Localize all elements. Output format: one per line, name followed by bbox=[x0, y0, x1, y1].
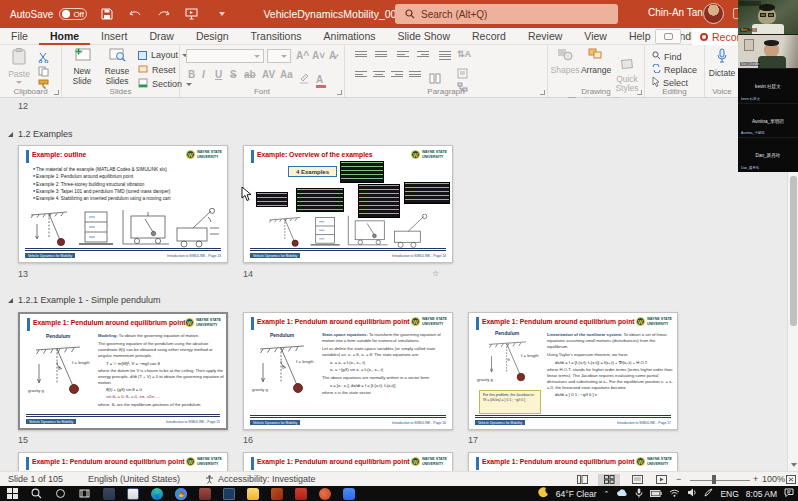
clear-formatting-icon[interactable]: A̷ bbox=[329, 50, 336, 61]
quick-access-caret-icon[interactable] bbox=[211, 6, 227, 22]
task-view-icon[interactable] bbox=[78, 487, 91, 500]
text-direction-icon[interactable]: ⇅A bbox=[457, 49, 471, 59]
slide-thumbnail-17[interactable]: Example 1: Pendulum around equilibrium p… bbox=[468, 312, 678, 430]
taskbar-app-document[interactable] bbox=[126, 487, 139, 500]
taskbar-app-file-explorer[interactable] bbox=[246, 487, 259, 500]
paragraph-dialog-launcher-icon[interactable] bbox=[540, 90, 545, 95]
redo-icon[interactable] bbox=[155, 6, 171, 22]
undo-icon[interactable] bbox=[127, 6, 143, 22]
cortana-icon[interactable] bbox=[54, 487, 67, 500]
video-tile-5[interactable]: Dan_聂丹玲 Dan_聂丹玲 bbox=[738, 138, 798, 172]
decrease-indent-icon[interactable] bbox=[397, 51, 409, 57]
autosave-toggle[interactable]: Off bbox=[59, 8, 87, 20]
slideshow-view-button[interactable] bbox=[650, 474, 672, 486]
slide-counter[interactable]: Slide 1 of 105 bbox=[8, 474, 63, 484]
character-spacing-button[interactable]: AV bbox=[262, 69, 275, 80]
language-status[interactable]: English (United States) bbox=[88, 474, 180, 484]
zoom-level[interactable]: 100% bbox=[762, 474, 785, 484]
slide-sorter-view-button[interactable] bbox=[598, 474, 620, 486]
align-right-icon[interactable] bbox=[391, 71, 403, 77]
normal-view-button[interactable] bbox=[571, 474, 593, 486]
tab-record[interactable]: Record bbox=[461, 28, 517, 45]
reading-view-button[interactable] bbox=[626, 474, 648, 486]
bullets-icon[interactable] bbox=[355, 51, 367, 57]
section-header-example1[interactable]: 1.2.1 Example 1 - Simple pendulum bbox=[8, 295, 161, 305]
tab-draw[interactable]: Draw bbox=[138, 28, 185, 45]
font-name-combo[interactable] bbox=[186, 49, 264, 63]
start-button[interactable] bbox=[6, 487, 19, 500]
weather-status[interactable]: 64°F Clear bbox=[556, 489, 597, 499]
action-center-icon[interactable] bbox=[784, 488, 794, 499]
user-name[interactable]: Chin-An Tan bbox=[648, 7, 703, 18]
tray-expand-chevron-icon[interactable]: ⌃ bbox=[604, 490, 610, 498]
language-indicator[interactable]: ENG bbox=[720, 489, 738, 499]
taskbar-app-chrome[interactable] bbox=[174, 487, 187, 500]
grow-font-icon[interactable]: A^ bbox=[296, 50, 309, 61]
zoom-out-button[interactable]: − bbox=[676, 474, 681, 484]
dictate-button[interactable]: Dictate bbox=[707, 48, 737, 79]
highlight-color-icon[interactable] bbox=[298, 70, 310, 88]
arrange-button[interactable]: Arrange bbox=[580, 48, 612, 76]
taskbar-app-edge[interactable] bbox=[150, 487, 163, 500]
font-dialog-launcher-icon[interactable] bbox=[337, 90, 342, 95]
tab-home[interactable]: Home bbox=[39, 28, 90, 45]
zoom-slider[interactable] bbox=[690, 480, 750, 481]
user-avatar[interactable] bbox=[703, 3, 724, 24]
tab-file[interactable]: File bbox=[0, 28, 39, 45]
slide-thumbnail-15[interactable]: Example 1: Pendulum around equilibrium p… bbox=[18, 312, 228, 430]
line-spacing-icon[interactable] bbox=[439, 51, 451, 60]
increase-indent-icon[interactable] bbox=[417, 51, 429, 57]
slide-thumbnail-20-partial[interactable]: Example 1: Pendulum around equilibrium p… bbox=[468, 452, 678, 471]
microphone-tray-icon[interactable] bbox=[635, 488, 643, 500]
bold-button[interactable]: B bbox=[188, 69, 195, 80]
paste-button[interactable]: Paste bbox=[6, 48, 32, 84]
scrollbar-down-arrow[interactable] bbox=[788, 458, 798, 471]
slide-thumbnail-18-partial[interactable]: Example 1: Pendulum around equilibrium p… bbox=[18, 452, 228, 471]
font-size-combo[interactable] bbox=[267, 49, 291, 63]
tab-view[interactable]: View bbox=[573, 28, 618, 45]
scrollbar-thumb[interactable] bbox=[790, 176, 797, 326]
onedrive-icon[interactable] bbox=[616, 489, 628, 499]
zoom-in-button[interactable]: + bbox=[753, 474, 758, 484]
slide-thumbnail-13[interactable]: Example: outline W WAYNE STATEUNIVERSITY… bbox=[18, 145, 228, 263]
change-case-button[interactable]: Aa bbox=[280, 69, 293, 80]
reset-button[interactable]: Reset bbox=[138, 64, 176, 76]
clock[interactable]: 8:05 AM bbox=[746, 489, 777, 499]
video-tile-3[interactable]: kevin 桂廷文 kevin 桂廷文 bbox=[738, 69, 798, 104]
moon-icon[interactable] bbox=[538, 487, 549, 500]
search-input[interactable]: Search (Alt+Q) bbox=[395, 4, 618, 24]
comments-button[interactable] bbox=[655, 29, 681, 44]
shrink-font-icon[interactable]: A˅ bbox=[312, 50, 325, 61]
slide-thumbnail-19-partial[interactable]: Example 1: Pendulum around equilibrium p… bbox=[243, 452, 453, 471]
taskbar-app-powerpoint[interactable] bbox=[318, 487, 331, 500]
italic-button[interactable]: I bbox=[202, 69, 205, 80]
tab-review[interactable]: Review bbox=[517, 28, 573, 45]
video-tile-4[interactable]: Auntina_李明玥 Auntina_李明玥 bbox=[738, 104, 798, 138]
align-left-icon[interactable] bbox=[355, 71, 367, 77]
zoom-slider-thumb[interactable] bbox=[712, 475, 716, 484]
font-color-icon[interactable]: A bbox=[316, 69, 326, 88]
fit-slide-button[interactable] bbox=[785, 474, 797, 486]
tab-transitions[interactable]: Transitions bbox=[240, 28, 313, 45]
taskbar-app-spreadsheet[interactable] bbox=[222, 487, 235, 500]
clipboard-dialog-launcher-icon[interactable] bbox=[54, 90, 59, 95]
drawing-dialog-launcher-icon[interactable] bbox=[637, 90, 642, 95]
tab-slide-show[interactable]: Slide Show bbox=[387, 28, 462, 45]
section-header-examples[interactable]: 1.2 Examples bbox=[8, 129, 73, 139]
slide-thumbnail-16[interactable]: Example 1: Pendulum around equilibrium p… bbox=[243, 312, 453, 430]
tab-design[interactable]: Design bbox=[185, 28, 240, 45]
align-center-icon[interactable] bbox=[373, 71, 385, 77]
find-button[interactable]: Find bbox=[652, 51, 682, 62]
speaker-icon[interactable] bbox=[687, 488, 697, 499]
new-slide-button[interactable]: New Slide bbox=[66, 48, 98, 86]
accessibility-status[interactable]: Accessibility: Investigate bbox=[205, 474, 316, 484]
justify-icon[interactable] bbox=[409, 71, 421, 77]
taskbar-app-matlab[interactable] bbox=[270, 487, 283, 500]
video-tile-1[interactable]: Ben_王晨 bbox=[738, 0, 798, 35]
numbering-icon[interactable] bbox=[375, 51, 387, 57]
tab-insert[interactable]: Insert bbox=[90, 28, 138, 45]
reuse-slides-button[interactable]: Reuse Slides bbox=[100, 48, 134, 86]
strikethrough-button[interactable]: S bbox=[230, 69, 237, 80]
video-tile-2[interactable]: Tan_ChinAn bbox=[738, 35, 798, 69]
battery-icon[interactable] bbox=[650, 489, 662, 499]
